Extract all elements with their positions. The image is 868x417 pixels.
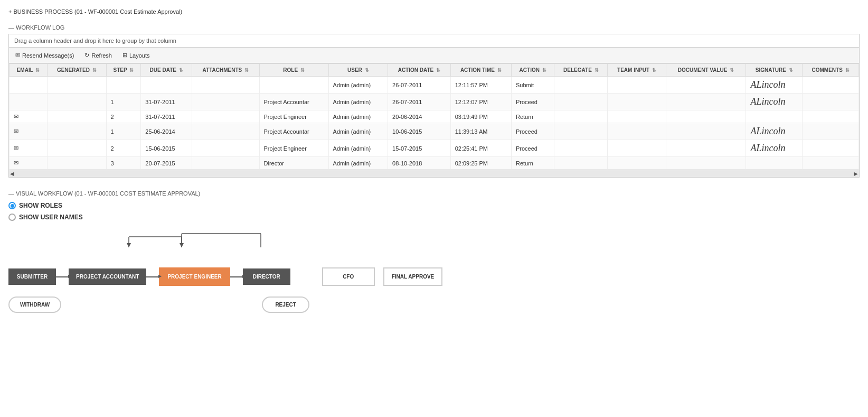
due-date-cell: 31-07-2011 — [141, 94, 192, 110]
table-row: ✉215-06-2015Project EngineerAdmin (admin… — [10, 140, 859, 157]
col-role[interactable]: ROLE ⇅ — [259, 64, 328, 77]
role-cell: Director — [259, 157, 328, 170]
return-arrows-svg — [55, 231, 372, 253]
role-cell: Project Accountar — [259, 94, 328, 110]
signature-cell: ALincoln — [746, 140, 803, 157]
action-time-cell: 12:11:57 PM — [450, 77, 511, 94]
layouts-button[interactable]: ⊞ Layouts — [120, 51, 152, 60]
action-date-cell: 26-07-2011 — [388, 94, 451, 110]
generated-cell — [48, 94, 107, 110]
scroll-right-arrow[interactable]: ▶ — [854, 171, 858, 177]
col-step[interactable]: STEP ⇅ — [106, 64, 141, 77]
refresh-button[interactable]: ↻ Refresh — [82, 51, 114, 60]
comments-cell — [803, 140, 859, 157]
col-email[interactable]: EMAIL ⇅ — [10, 64, 48, 77]
action-date-cell: 26-07-2011 — [388, 77, 451, 94]
bottom-row: WITHDRAW REJECT — [8, 296, 860, 313]
col-due-date[interactable]: DUE DATE ⇅ — [141, 64, 192, 77]
attachments-cell — [192, 123, 259, 140]
comments-cell — [803, 77, 859, 94]
step-cell: 1 — [106, 123, 141, 140]
email-cell — [10, 94, 48, 110]
action-date-cell: 20-06-2014 — [388, 110, 451, 123]
col-document-value[interactable]: DOCUMENT VALUE ⇅ — [666, 64, 746, 77]
scroll-left-arrow[interactable]: ◀ — [10, 171, 14, 177]
document-value-cell — [666, 140, 746, 157]
email-cell: ✉ — [10, 123, 48, 140]
action-date-cell: 10-06-2015 — [388, 123, 451, 140]
team-input-cell — [608, 94, 666, 110]
col-action-date[interactable]: ACTION DATE ⇅ — [388, 64, 451, 77]
col-user[interactable]: USER ⇅ — [328, 64, 388, 77]
comments-cell — [803, 94, 859, 110]
arrow-3: ▶ — [230, 276, 243, 277]
project-accountant-node: PROJECT ACCOUNTANT — [69, 268, 146, 285]
col-team-input[interactable]: TEAM INPUT ⇅ — [608, 64, 666, 77]
user-cell: Admin (admin) — [328, 157, 388, 170]
team-input-cell — [608, 140, 666, 157]
show-user-names-radio-circle — [8, 214, 16, 221]
signature-cell — [746, 157, 803, 170]
horizontal-scrollbar[interactable]: ◀ ▶ — [8, 170, 860, 178]
email-cell: ✉ — [10, 140, 48, 157]
generated-cell — [48, 110, 107, 123]
table-row: Admin (admin)26-07-201112:11:57 PMSubmit… — [10, 77, 859, 94]
workflow-log-title: — WORKFLOW LOG — [8, 24, 860, 31]
email-cell: ✉ — [10, 110, 48, 123]
signature-cell — [746, 110, 803, 123]
final-approve-node: FINAL APPROVE — [383, 267, 443, 286]
show-user-names-radio[interactable]: SHOW USER NAMES — [8, 214, 860, 221]
due-date-cell: 31-07-2011 — [141, 110, 192, 123]
due-date-cell: 15-06-2015 — [141, 140, 192, 157]
signature-cell: ALincoln — [746, 94, 803, 110]
col-action-time[interactable]: ACTION TIME ⇅ — [450, 64, 511, 77]
grid-icon: ⊞ — [122, 52, 127, 59]
show-roles-radio-circle — [8, 202, 16, 209]
workflow-log-table: EMAIL ⇅ GENERATED ⇅ STEP ⇅ DUE DATE ⇅ AT… — [9, 63, 859, 170]
role-cell — [259, 77, 328, 94]
show-roles-radio[interactable]: SHOW ROLES — [8, 202, 860, 209]
reject-node: REJECT — [262, 296, 309, 313]
refresh-icon: ↻ — [84, 52, 89, 59]
director-node: DIRECTOR — [243, 268, 290, 285]
workflow-log-toolbar: ✉ Resend Message(s) ↻ Refresh ⊞ Layouts — [8, 48, 860, 63]
step-cell: 2 — [106, 110, 141, 123]
action-cell: Submit — [511, 77, 554, 94]
team-input-cell — [608, 77, 666, 94]
resend-messages-button[interactable]: ✉ Resend Message(s) — [13, 51, 76, 60]
delegate-cell — [554, 157, 608, 170]
table-body: Admin (admin)26-07-201112:11:57 PMSubmit… — [10, 77, 859, 170]
col-generated[interactable]: GENERATED ⇅ — [48, 64, 107, 77]
step-cell: 2 — [106, 140, 141, 157]
team-input-cell — [608, 157, 666, 170]
col-action[interactable]: ACTION ⇅ — [511, 64, 554, 77]
comments-cell — [803, 157, 859, 170]
arrow-1: ▶ — [56, 276, 69, 277]
email-cell: ✉ — [10, 157, 48, 170]
arrow-2: ▶ — [146, 276, 159, 277]
team-input-cell — [608, 123, 666, 140]
col-comments[interactable]: COMMENTS ⇅ — [803, 64, 859, 77]
delegate-cell — [554, 140, 608, 157]
delegate-cell — [554, 94, 608, 110]
generated-cell — [48, 140, 107, 157]
withdraw-node: WITHDRAW — [8, 296, 61, 313]
action-cell: Proceed — [511, 94, 554, 110]
signature-cell: ALincoln — [746, 77, 803, 94]
role-cell: Project Engineer — [259, 140, 328, 157]
role-cell: Project Engineer — [259, 110, 328, 123]
due-date-cell — [141, 77, 192, 94]
attachments-cell — [192, 77, 259, 94]
action-cell: Return — [511, 157, 554, 170]
generated-cell — [48, 157, 107, 170]
document-value-cell — [666, 157, 746, 170]
action-time-cell: 02:09:25 PM — [450, 157, 511, 170]
business-process-label: + BUSINESS PROCESS (01 - WF-000001 Cost … — [8, 8, 182, 15]
attachments-cell — [192, 110, 259, 123]
col-signature[interactable]: SIGNATURE ⇅ — [746, 64, 803, 77]
step-cell: 1 — [106, 94, 141, 110]
workflow-log-section: — WORKFLOW LOG Drag a column header and … — [8, 24, 860, 178]
col-delegate[interactable]: DELEGATE ⇅ — [554, 64, 608, 77]
document-value-cell — [666, 110, 746, 123]
col-attachments[interactable]: ATTACHMENTS ⇅ — [192, 64, 259, 77]
